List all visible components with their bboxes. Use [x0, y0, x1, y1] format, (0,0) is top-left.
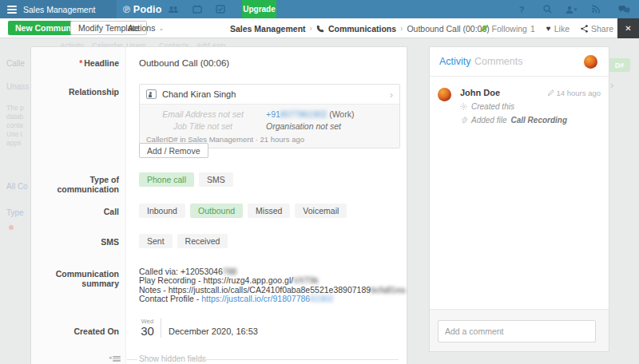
contact-details: Email Address not set +918077861902 (Wor… — [140, 104, 399, 148]
help-icon[interactable]: ? — [513, 0, 530, 18]
pencil-icon — [548, 89, 554, 96]
hidden-fields-row: Show hidden fields — [31, 354, 407, 364]
account-menu-icon[interactable]: ▾ — [562, 0, 580, 18]
tasks-icon[interactable] — [212, 0, 229, 18]
phone-icon — [316, 25, 324, 33]
sms-options: Sent Received — [139, 234, 228, 248]
communication-summary: Called via: +12053046788 Play Recording … — [139, 267, 405, 303]
type-options: Phone call SMS — [139, 172, 233, 187]
add-remove-button[interactable]: Add / Remove — [139, 143, 208, 158]
redacted-text: 788 — [223, 267, 237, 276]
chevron-down-icon: ⌄ — [158, 25, 164, 32]
close-button[interactable]: ✕ — [617, 18, 639, 38]
like-button[interactable]: ♥ Like — [546, 24, 570, 34]
chat-icon[interactable] — [615, 0, 633, 18]
activity-action-file: Added file Call Recording — [460, 116, 601, 125]
created-date-badge: Wed 30 — [139, 318, 161, 338]
underlay-paragraph: The p datab conta Use t apps — [6, 104, 24, 148]
sun-icon — [460, 103, 467, 110]
paperclip-icon — [460, 117, 467, 125]
following-button[interactable]: Following 1 — [480, 24, 535, 34]
file-name[interactable]: Call Recording — [510, 116, 567, 125]
option-received[interactable]: Received — [177, 234, 228, 248]
required-asterisk: * — [79, 58, 82, 68]
headline-value[interactable]: Outbound Call (00:06) — [139, 58, 229, 68]
option-missed[interactable]: Missed — [248, 204, 290, 218]
activity-timestamp: 14 hours ago — [548, 89, 601, 97]
underlay-sidebar-text: Type — [6, 208, 24, 217]
breadcrumb-item: Outbound Call (00:06) — [407, 24, 489, 34]
contact-card-icon — [146, 89, 157, 99]
activity-action-created: Created this — [460, 102, 601, 111]
share-button[interactable]: Share — [581, 24, 613, 34]
option-sent[interactable]: Sent — [139, 234, 173, 248]
option-inbound[interactable]: Inbound — [139, 204, 185, 218]
avatar[interactable] — [584, 55, 597, 69]
top-navigation-bar: Sales Management ℗ Podio Upgrade ? ▾ — [0, 0, 639, 18]
underlay-sidebar-text: Unass — [6, 82, 29, 91]
podio-item-modal: Activity Calendar Users Contacts Add App… — [0, 0, 639, 364]
breadcrumb-app[interactable]: Communications — [328, 24, 396, 34]
contact-phone: +918077861902 (Work) — [266, 109, 399, 119]
hamburger-menu-icon[interactable] — [7, 6, 17, 14]
contacts-icon[interactable] — [165, 0, 182, 18]
underlay-sidebar-text: All Co — [6, 182, 28, 191]
share-icon — [581, 25, 588, 33]
tab-activity[interactable]: Activity — [439, 56, 471, 67]
divider — [127, 359, 137, 360]
workspace-switcher[interactable]: Sales Management — [0, 0, 117, 18]
redacted-text: VXT9k — [293, 275, 319, 285]
contact-profile-link[interactable]: https://justcall.io/cr/91807786 — [201, 294, 310, 303]
email-not-set: Email Address not set — [140, 109, 266, 119]
comment-input[interactable] — [438, 320, 596, 342]
created-datetime: December 2020, 16:53 — [169, 326, 258, 336]
option-phone-call[interactable]: Phone call — [139, 172, 194, 187]
activity-stream-icon[interactable] — [587, 0, 605, 18]
redacted-text: 61902 — [310, 294, 333, 303]
social-actions: Following 1 ♥ Like Share — [480, 18, 613, 38]
item-toolbar: New Communication Modify Template Action… — [0, 18, 639, 38]
calendar-icon[interactable] — [189, 0, 206, 18]
job-title-not-set: Job Title not set — [140, 121, 266, 131]
created-on-field-label: Created On — [31, 326, 119, 336]
relationship-contact-card: Chand Kiran Singh › Email Address not se… — [139, 84, 400, 148]
activity-panel-header: Activity Comments — [430, 47, 609, 77]
breadcrumb-separator: › — [310, 24, 312, 33]
option-outbound[interactable]: Outbound — [190, 204, 243, 218]
breadcrumb-separator: › — [400, 24, 403, 33]
organisation-not-set: Organisation not set — [266, 121, 399, 131]
collapse-fields-icon[interactable] — [109, 355, 121, 363]
close-icon: ✕ — [625, 24, 631, 33]
headline-field-label: *Headline — [31, 58, 119, 68]
item-detail-card: *Headline Outbound Call (00:06) Relation… — [30, 46, 407, 364]
avatar[interactable] — [438, 88, 451, 101]
following-count: 1 — [530, 24, 535, 34]
redacted-text: bcfa81ea — [371, 285, 405, 295]
activity-panel: Activity Comments John Doe 14 hours ago — [429, 46, 609, 352]
heart-icon: ♥ — [546, 24, 551, 33]
redacted-phone: 8077861902 — [280, 109, 327, 119]
contact-name: Chand Kiran Singh — [162, 89, 236, 99]
workspace-name: Sales Management — [23, 5, 95, 14]
created-day: 30 — [139, 325, 156, 338]
relationship-field-label: Relationship — [31, 87, 119, 97]
option-sms[interactable]: SMS — [199, 172, 233, 187]
breadcrumb: Sales Management › Communications › Outb… — [230, 18, 490, 38]
divider — [188, 359, 399, 360]
activity-user-name[interactable]: John Doe — [460, 88, 500, 97]
underlay-red-dot — [9, 225, 14, 230]
underlay-green-badge: D# — [609, 58, 630, 72]
comment-footer — [430, 309, 609, 351]
type-field-label: Type of communication — [31, 175, 119, 194]
tab-comments[interactable]: Comments — [474, 56, 522, 67]
podio-logo[interactable]: ℗ Podio — [123, 0, 162, 18]
actions-menu[interactable]: Actions ⌄ — [128, 21, 164, 35]
summary-field-label: Communication summary — [31, 269, 119, 288]
search-icon[interactable] — [538, 0, 556, 18]
call-field-label: Call — [31, 207, 119, 216]
upgrade-button[interactable]: Upgrade — [242, 0, 276, 18]
breadcrumb-workspace[interactable]: Sales Management — [230, 24, 306, 34]
option-voicemail[interactable]: Voicemail — [295, 204, 347, 218]
contact-row[interactable]: Chand Kiran Singh › — [140, 85, 399, 104]
call-options: Inbound Outbound Missed Voicemail — [139, 204, 347, 218]
